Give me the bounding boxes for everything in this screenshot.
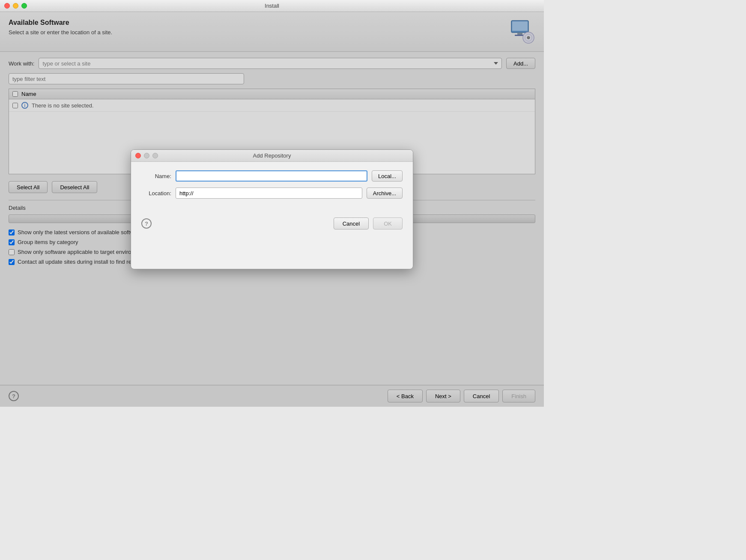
- name-input[interactable]: [176, 170, 367, 182]
- add-repository-dialog: Add Repository Name: Local... Location: …: [131, 149, 413, 269]
- location-field-row: Location: Archive...: [141, 188, 403, 199]
- name-label: Name:: [141, 173, 171, 179]
- dialog-cancel-button[interactable]: Cancel: [334, 217, 369, 229]
- minimize-button[interactable]: [13, 3, 18, 9]
- dialog-maximize-button[interactable]: [152, 153, 158, 158]
- title-bar: Install: [0, 0, 544, 12]
- dialog-window-controls: [135, 153, 158, 158]
- dialog-title-bar: Add Repository: [131, 150, 413, 162]
- dialog-action-buttons: Cancel OK: [334, 217, 403, 229]
- location-label: Location:: [141, 190, 171, 197]
- modal-overlay: Add Repository Name: Local... Location: …: [0, 12, 544, 407]
- window-controls: [4, 3, 27, 9]
- maximize-button[interactable]: [21, 3, 27, 9]
- close-button[interactable]: [4, 3, 10, 9]
- location-input[interactable]: [176, 188, 362, 199]
- dialog-close-button[interactable]: [135, 153, 141, 158]
- window-title: Install: [265, 3, 279, 9]
- main-window: Available Software Select a site or ente…: [0, 12, 544, 407]
- name-field-row: Name: Local...: [141, 170, 403, 182]
- dialog-title: Add Repository: [253, 152, 291, 159]
- dialog-body: Name: Local... Location: Archive...: [131, 162, 413, 213]
- dialog-ok-button[interactable]: OK: [373, 217, 403, 229]
- dialog-help-button[interactable]: ?: [141, 218, 152, 229]
- dialog-minimize-button[interactable]: [144, 153, 149, 158]
- dialog-footer: ? Cancel OK: [131, 213, 413, 238]
- local-button[interactable]: Local...: [372, 170, 403, 182]
- archive-button[interactable]: Archive...: [367, 188, 403, 199]
